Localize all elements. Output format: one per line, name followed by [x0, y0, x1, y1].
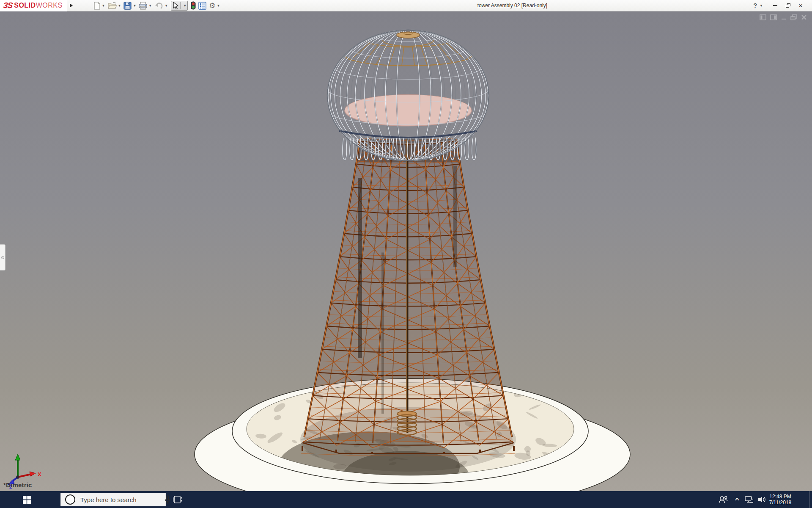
- help-button[interactable]: ?: [753, 2, 758, 9]
- dropdown-caret[interactable]: ▼: [118, 4, 121, 8]
- undo-button[interactable]: ▼: [153, 0, 169, 11]
- dropdown-caret[interactable]: ▼: [183, 4, 187, 8]
- open-folder-icon: [108, 2, 117, 9]
- triad-x-label: X: [38, 471, 41, 478]
- volume-tray-button[interactable]: [755, 491, 768, 508]
- print-button[interactable]: ▼: [137, 0, 153, 11]
- people-button[interactable]: [716, 491, 731, 508]
- dropdown-caret[interactable]: ▼: [102, 4, 105, 8]
- clock[interactable]: 12:48 PM 7/11/2018: [768, 491, 793, 508]
- divider: [180, 2, 181, 9]
- minimize-button[interactable]: [770, 1, 781, 10]
- doc-close-icon[interactable]: [801, 14, 807, 20]
- quick-access-toolbar: ▼ ▼ ▼ ▼ ▼ ▼ ⚙ ▼: [92, 0, 222, 11]
- start-button[interactable]: [17, 491, 36, 508]
- titlebar: 3S SOLIDWORKS ▼ ▼ ▼ ▼ ▼ ▼: [0, 0, 812, 11]
- save-floppy-icon: [123, 2, 132, 10]
- chevron-up-icon: ^: [735, 497, 740, 503]
- dropdown-caret[interactable]: ▼: [217, 4, 220, 8]
- save-button[interactable]: ▼: [122, 0, 137, 11]
- select-tool-button[interactable]: ▼: [171, 1, 188, 11]
- new-document-icon: [93, 2, 101, 10]
- restore-button[interactable]: [782, 1, 793, 10]
- task-view-icon: [173, 495, 182, 504]
- file-properties-button[interactable]: [197, 0, 208, 11]
- traffic-light-icon: [191, 1, 196, 10]
- undo-arrow-icon: [154, 2, 163, 9]
- restore-icon: [786, 3, 790, 8]
- people-icon: [719, 496, 728, 503]
- select-cursor-icon: [172, 2, 179, 10]
- windows-taskbar: e C:\_ SW 2017 ^ 12:48 PM 7/11/2018: [0, 491, 812, 508]
- pane-left-icon[interactable]: [760, 14, 766, 20]
- rebuild-button[interactable]: [189, 0, 197, 11]
- close-button[interactable]: ×: [795, 1, 806, 10]
- dropdown-caret[interactable]: ▼: [165, 4, 168, 8]
- tray-time: 12:48 PM: [769, 494, 791, 500]
- window-controls: ? ▼ ×: [753, 1, 812, 10]
- open-button[interactable]: ▼: [107, 0, 123, 11]
- tray-date: 7/11/2018: [769, 500, 792, 505]
- brand-solid: SOLID: [14, 2, 36, 9]
- splitter-dot-icon: [1, 256, 4, 259]
- menu-flyout-button[interactable]: [67, 0, 75, 11]
- doc-minimize-icon[interactable]: [781, 14, 787, 20]
- brand-works: WORKS: [36, 2, 63, 9]
- windows-logo-icon: [23, 496, 31, 504]
- flyout-arrow-icon: [70, 3, 73, 8]
- feature-panel-splitter-tab[interactable]: [0, 244, 5, 271]
- speaker-icon: [757, 496, 766, 503]
- help-dropdown-caret[interactable]: ▼: [760, 4, 763, 8]
- network-icon: [745, 496, 753, 503]
- graphics-viewport[interactable]: X Z *Dimetric: [0, 11, 812, 491]
- ds-logo-mark: 3S: [3, 1, 13, 10]
- show-desktop-button[interactable]: [809, 491, 812, 508]
- document-window-controls: [760, 14, 807, 20]
- print-icon: [139, 2, 147, 10]
- doc-restore-icon[interactable]: [790, 14, 797, 20]
- file-properties-icon: [198, 2, 206, 10]
- gear-icon: ⚙: [209, 2, 215, 9]
- pane-right-icon[interactable]: [770, 14, 777, 20]
- task-view-button[interactable]: [167, 491, 188, 508]
- cortana-icon: [65, 494, 75, 505]
- close-icon: ×: [798, 2, 803, 9]
- options-button[interactable]: ⚙ ▼: [208, 0, 221, 11]
- tray-overflow-button[interactable]: ^: [732, 491, 743, 508]
- dropdown-caret[interactable]: ▼: [133, 4, 136, 8]
- search-input[interactable]: [75, 496, 165, 503]
- minimize-icon: [773, 5, 777, 6]
- tower-3d-model[interactable]: [0, 11, 812, 491]
- window-title: tower Assembly 02 [Read-only]: [221, 3, 752, 8]
- network-tray-button[interactable]: [743, 491, 755, 508]
- solidworks-logo: 3S SOLIDWORKS: [0, 0, 67, 11]
- dropdown-caret[interactable]: ▼: [148, 4, 152, 8]
- new-document-button[interactable]: ▼: [92, 0, 107, 11]
- view-orientation-label: *Dimetric: [3, 481, 32, 489]
- taskbar-search-box[interactable]: [60, 493, 166, 506]
